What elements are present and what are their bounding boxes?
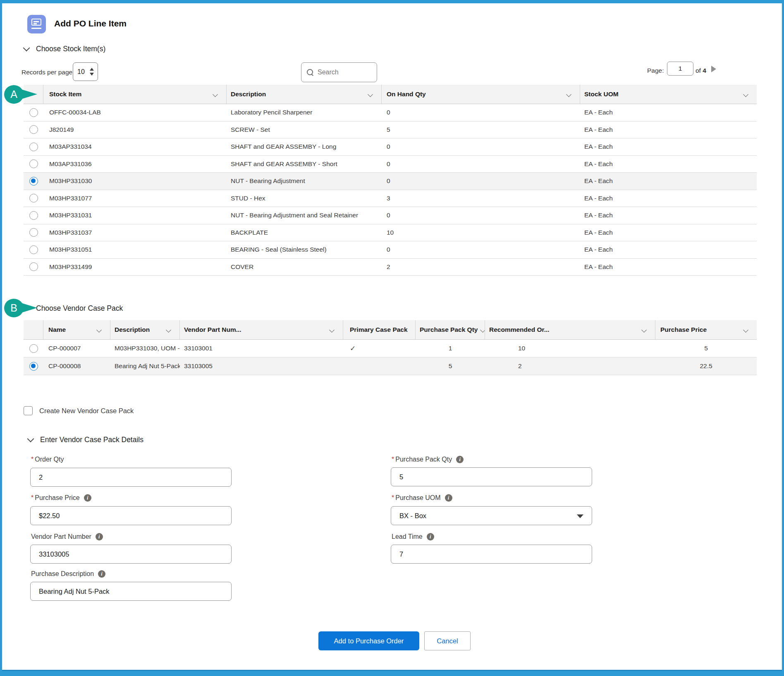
column-header-on-hand-qty[interactable]: On Hand Qty: [382, 85, 580, 104]
purchase-price-field[interactable]: [30, 506, 232, 525]
order-qty-label: *Order Qty: [31, 456, 64, 463]
chevron-down-icon: [213, 92, 218, 97]
required-asterisk: *: [392, 456, 394, 463]
row-radio-button[interactable]: [29, 344, 38, 353]
cell-on-hand-qty: 0: [382, 212, 580, 219]
vendor-case-pack-table: Name Description Vendor Part Num... Prim…: [24, 320, 757, 375]
records-per-page-input[interactable]: [77, 63, 90, 81]
purchase-uom-dropdown[interactable]: BX - Box: [391, 506, 592, 525]
cell-description: Laboratory Pencil Sharpener: [227, 109, 382, 116]
stock-table-row[interactable]: J820149 SCREW - Set 5 EA - Each: [24, 121, 757, 139]
info-icon[interactable]: i: [84, 494, 91, 502]
cell-on-hand-qty: 2: [382, 263, 580, 271]
column-header-stock-item[interactable]: Stock Item: [43, 85, 227, 104]
next-page-icon[interactable]: [711, 66, 716, 72]
row-radio-button[interactable]: [29, 362, 38, 371]
stock-table-row[interactable]: M03HP331499 COVER 2 EA - Each: [24, 259, 757, 276]
cell-recommended-order-qty: 10: [485, 345, 655, 352]
cell-description: SHAFT and GEAR ASSEMBY - Short: [227, 160, 382, 168]
info-icon[interactable]: i: [427, 533, 434, 540]
info-icon[interactable]: i: [445, 494, 452, 502]
cell-stock-item: M03HP331499: [43, 263, 227, 271]
info-icon[interactable]: i: [98, 570, 105, 578]
cancel-button[interactable]: Cancel: [424, 631, 471, 650]
info-icon[interactable]: i: [456, 456, 464, 463]
column-header-description[interactable]: Description: [110, 320, 180, 339]
row-radio-button[interactable]: [29, 194, 38, 202]
add-to-purchase-order-button[interactable]: Add to Purchase Order: [318, 631, 419, 650]
chevron-down-icon: [566, 92, 571, 97]
records-per-page-stepper[interactable]: [73, 62, 98, 81]
page-total-value: 4: [703, 67, 706, 74]
vendor-part-number-label: Vendor Part Number i: [31, 533, 103, 540]
section-enter-vendor-case-pack-details[interactable]: Enter Vendor Case Pack Details: [28, 436, 143, 444]
callout-a-badge: A: [4, 85, 24, 104]
column-header-description[interactable]: Description: [227, 85, 382, 104]
po-line-item-icon: [27, 15, 46, 33]
row-radio-button[interactable]: [29, 177, 38, 186]
vendor-table-row[interactable]: CP-000007 M03HP331030, UOM - ... 3310300…: [24, 340, 757, 357]
section-choose-stock-items[interactable]: Choose Stock Item(s): [24, 45, 105, 53]
cell-description: STUD - Hex: [227, 195, 382, 202]
row-radio-button[interactable]: [29, 245, 38, 254]
stepper-up-icon[interactable]: [90, 68, 94, 71]
cell-on-hand-qty: 10: [382, 229, 580, 236]
column-header-stock-uom[interactable]: Stock UOM: [580, 85, 757, 104]
lead-time-field[interactable]: [391, 545, 592, 564]
search-input[interactable]: [318, 69, 371, 76]
row-radio-button[interactable]: [29, 159, 38, 168]
required-asterisk: *: [31, 494, 33, 501]
lead-time-label: Lead Time i: [392, 533, 434, 540]
cell-stock-uom: EA - Each: [580, 263, 757, 271]
section-title: Enter Vendor Case Pack Details: [40, 436, 143, 444]
page-total-label: of 4: [696, 67, 706, 74]
search-icon: [307, 69, 314, 76]
stock-table-row[interactable]: M03HP331077 STUD - Hex 3 EA - Each: [24, 190, 757, 207]
column-header-purchase-pack-qty[interactable]: Purchase Pack Qty: [416, 320, 485, 339]
stock-table-row[interactable]: M03HP331030 NUT - Bearing Adjustment 0 E…: [24, 173, 757, 190]
column-header-vendor-part-number[interactable]: Vendor Part Num...: [180, 320, 343, 339]
column-header-name[interactable]: Name: [43, 320, 110, 339]
cell-stock-item: M03HP331031: [43, 212, 227, 219]
cell-on-hand-qty: 0: [382, 109, 580, 116]
column-header-purchase-price[interactable]: Purchase Price: [655, 320, 757, 339]
column-header-recommended-order-qty[interactable]: Recommended Or...: [485, 320, 655, 339]
cell-description: NUT - Bearing Adjustment: [227, 177, 382, 185]
purchase-description-label: Purchase Description i: [31, 570, 105, 578]
stock-table-row[interactable]: M03HP331051 BEARING - Seal (Stainless St…: [24, 241, 757, 259]
callout-b-badge: B: [4, 299, 24, 317]
page-number-input[interactable]: [667, 62, 693, 76]
vendor-table-row[interactable]: CP-000008 Bearing Adj Nut 5-Pack 3310300…: [24, 357, 757, 375]
stock-table-row[interactable]: M03AP331036 SHAFT and GEAR ASSEMBY - Sho…: [24, 156, 757, 173]
row-radio-button[interactable]: [29, 143, 38, 151]
cell-on-hand-qty: 5: [382, 126, 580, 133]
purchase-description-field[interactable]: [30, 582, 232, 601]
stock-table-row[interactable]: M03HP331031 NUT - Bearing Adjustment and…: [24, 207, 757, 224]
purchase-pack-qty-field[interactable]: [391, 467, 592, 486]
vendor-part-number-field[interactable]: [30, 545, 232, 564]
search-box[interactable]: [301, 62, 377, 82]
column-header-primary-case-pack[interactable]: Primary Case Pack: [343, 320, 416, 339]
stock-table-row[interactable]: OFFC-00034-LAB Laboratory Pencil Sharpen…: [24, 104, 757, 121]
stock-table-row[interactable]: M03AP331034 SHAFT and GEAR ASSEMBY - Lon…: [24, 138, 757, 156]
required-asterisk: *: [392, 494, 394, 501]
order-qty-field[interactable]: [30, 468, 232, 487]
stock-table-row[interactable]: M03HP331037 BACKPLATE 10 EA - Each: [24, 224, 757, 242]
cell-description: SHAFT and GEAR ASSEMBY - Long: [227, 143, 382, 150]
row-radio-button[interactable]: [29, 228, 38, 237]
row-radio-button[interactable]: [29, 262, 38, 271]
section-choose-vendor-case-pack[interactable]: Choose Vendor Case Pack: [24, 304, 123, 313]
chevron-down-icon: [23, 45, 30, 52]
row-radio-button[interactable]: [29, 125, 38, 134]
info-icon[interactable]: i: [96, 533, 103, 540]
chevron-down-icon: [166, 327, 171, 333]
stepper-down-icon[interactable]: [90, 73, 94, 76]
vendor-table-body: CP-000007 M03HP331030, UOM - ... 3310300…: [24, 340, 757, 375]
section-title: Choose Vendor Case Pack: [36, 304, 123, 313]
row-radio-button[interactable]: [29, 108, 38, 117]
cell-stock-uom: EA - Each: [580, 229, 757, 236]
cell-stock-item: M03HP331051: [43, 246, 227, 253]
row-radio-button[interactable]: [29, 211, 38, 220]
cell-purchase-price: 5: [655, 345, 757, 352]
create-new-vendor-case-pack-checkbox[interactable]: [24, 406, 33, 415]
